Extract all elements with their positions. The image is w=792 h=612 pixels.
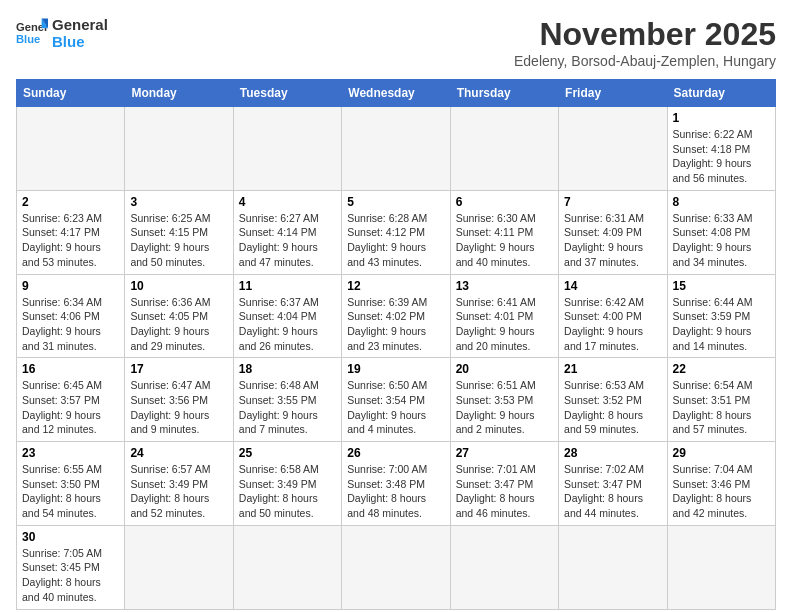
- day-number: 28: [564, 446, 661, 460]
- calendar-cell: 23Sunrise: 6:55 AMSunset: 3:50 PMDayligh…: [17, 442, 125, 526]
- title-section: November 2025 Edeleny, Borsod-Abauj-Zemp…: [514, 16, 776, 69]
- page-header: General Blue General Blue November 2025 …: [16, 16, 776, 69]
- day-info: Sunrise: 7:05 AMSunset: 3:45 PMDaylight:…: [22, 546, 119, 605]
- day-info: Sunrise: 6:50 AMSunset: 3:54 PMDaylight:…: [347, 378, 444, 437]
- calendar-cell: 6Sunrise: 6:30 AMSunset: 4:11 PMDaylight…: [450, 190, 558, 274]
- calendar-week-4: 16Sunrise: 6:45 AMSunset: 3:57 PMDayligh…: [17, 358, 776, 442]
- day-number: 3: [130, 195, 227, 209]
- calendar-cell: 3Sunrise: 6:25 AMSunset: 4:15 PMDaylight…: [125, 190, 233, 274]
- calendar-week-3: 9Sunrise: 6:34 AMSunset: 4:06 PMDaylight…: [17, 274, 776, 358]
- day-info: Sunrise: 7:02 AMSunset: 3:47 PMDaylight:…: [564, 462, 661, 521]
- day-number: 10: [130, 279, 227, 293]
- day-number: 22: [673, 362, 770, 376]
- calendar-cell: [342, 107, 450, 191]
- day-info: Sunrise: 6:31 AMSunset: 4:09 PMDaylight:…: [564, 211, 661, 270]
- day-info: Sunrise: 6:27 AMSunset: 4:14 PMDaylight:…: [239, 211, 336, 270]
- day-info: Sunrise: 6:54 AMSunset: 3:51 PMDaylight:…: [673, 378, 770, 437]
- calendar-cell: 15Sunrise: 6:44 AMSunset: 3:59 PMDayligh…: [667, 274, 775, 358]
- calendar-cell: 16Sunrise: 6:45 AMSunset: 3:57 PMDayligh…: [17, 358, 125, 442]
- day-number: 30: [22, 530, 119, 544]
- svg-text:Blue: Blue: [16, 33, 40, 45]
- day-info: Sunrise: 6:30 AMSunset: 4:11 PMDaylight:…: [456, 211, 553, 270]
- day-number: 12: [347, 279, 444, 293]
- calendar-cell: 18Sunrise: 6:48 AMSunset: 3:55 PMDayligh…: [233, 358, 341, 442]
- day-info: Sunrise: 6:45 AMSunset: 3:57 PMDaylight:…: [22, 378, 119, 437]
- day-info: Sunrise: 6:47 AMSunset: 3:56 PMDaylight:…: [130, 378, 227, 437]
- day-number: 26: [347, 446, 444, 460]
- header-friday: Friday: [559, 80, 667, 107]
- calendar-cell: [450, 525, 558, 609]
- day-info: Sunrise: 6:33 AMSunset: 4:08 PMDaylight:…: [673, 211, 770, 270]
- day-number: 19: [347, 362, 444, 376]
- calendar-cell: [559, 107, 667, 191]
- day-number: 15: [673, 279, 770, 293]
- day-info: Sunrise: 6:51 AMSunset: 3:53 PMDaylight:…: [456, 378, 553, 437]
- calendar-cell: 26Sunrise: 7:00 AMSunset: 3:48 PMDayligh…: [342, 442, 450, 526]
- day-info: Sunrise: 6:42 AMSunset: 4:00 PMDaylight:…: [564, 295, 661, 354]
- day-info: Sunrise: 6:34 AMSunset: 4:06 PMDaylight:…: [22, 295, 119, 354]
- calendar-cell: 1Sunrise: 6:22 AMSunset: 4:18 PMDaylight…: [667, 107, 775, 191]
- day-info: Sunrise: 6:41 AMSunset: 4:01 PMDaylight:…: [456, 295, 553, 354]
- day-number: 25: [239, 446, 336, 460]
- calendar-table: SundayMondayTuesdayWednesdayThursdayFrid…: [16, 79, 776, 610]
- day-info: Sunrise: 6:57 AMSunset: 3:49 PMDaylight:…: [130, 462, 227, 521]
- calendar-cell: 5Sunrise: 6:28 AMSunset: 4:12 PMDaylight…: [342, 190, 450, 274]
- day-number: 13: [456, 279, 553, 293]
- day-number: 11: [239, 279, 336, 293]
- calendar-cell: [667, 525, 775, 609]
- day-number: 1: [673, 111, 770, 125]
- header-thursday: Thursday: [450, 80, 558, 107]
- calendar-cell: 19Sunrise: 6:50 AMSunset: 3:54 PMDayligh…: [342, 358, 450, 442]
- day-info: Sunrise: 6:37 AMSunset: 4:04 PMDaylight:…: [239, 295, 336, 354]
- day-number: 6: [456, 195, 553, 209]
- day-number: 9: [22, 279, 119, 293]
- day-info: Sunrise: 6:36 AMSunset: 4:05 PMDaylight:…: [130, 295, 227, 354]
- day-info: Sunrise: 6:58 AMSunset: 3:49 PMDaylight:…: [239, 462, 336, 521]
- location-subtitle: Edeleny, Borsod-Abauj-Zemplen, Hungary: [514, 53, 776, 69]
- day-info: Sunrise: 7:01 AMSunset: 3:47 PMDaylight:…: [456, 462, 553, 521]
- calendar-cell: 12Sunrise: 6:39 AMSunset: 4:02 PMDayligh…: [342, 274, 450, 358]
- day-info: Sunrise: 6:23 AMSunset: 4:17 PMDaylight:…: [22, 211, 119, 270]
- calendar-cell: [342, 525, 450, 609]
- calendar-cell: 30Sunrise: 7:05 AMSunset: 3:45 PMDayligh…: [17, 525, 125, 609]
- day-number: 4: [239, 195, 336, 209]
- logo-icon: General Blue: [16, 17, 48, 49]
- calendar-cell: [233, 525, 341, 609]
- calendar-cell: 22Sunrise: 6:54 AMSunset: 3:51 PMDayligh…: [667, 358, 775, 442]
- day-number: 17: [130, 362, 227, 376]
- calendar-cell: 24Sunrise: 6:57 AMSunset: 3:49 PMDayligh…: [125, 442, 233, 526]
- calendar-week-5: 23Sunrise: 6:55 AMSunset: 3:50 PMDayligh…: [17, 442, 776, 526]
- day-number: 7: [564, 195, 661, 209]
- calendar-cell: 27Sunrise: 7:01 AMSunset: 3:47 PMDayligh…: [450, 442, 558, 526]
- day-number: 8: [673, 195, 770, 209]
- calendar-cell: 17Sunrise: 6:47 AMSunset: 3:56 PMDayligh…: [125, 358, 233, 442]
- day-info: Sunrise: 6:55 AMSunset: 3:50 PMDaylight:…: [22, 462, 119, 521]
- calendar-cell: 7Sunrise: 6:31 AMSunset: 4:09 PMDaylight…: [559, 190, 667, 274]
- day-info: Sunrise: 6:48 AMSunset: 3:55 PMDaylight:…: [239, 378, 336, 437]
- calendar-cell: 14Sunrise: 6:42 AMSunset: 4:00 PMDayligh…: [559, 274, 667, 358]
- calendar-cell: 2Sunrise: 6:23 AMSunset: 4:17 PMDaylight…: [17, 190, 125, 274]
- day-info: Sunrise: 6:44 AMSunset: 3:59 PMDaylight:…: [673, 295, 770, 354]
- logo-text-general: General: [52, 16, 108, 33]
- header-tuesday: Tuesday: [233, 80, 341, 107]
- calendar-cell: 10Sunrise: 6:36 AMSunset: 4:05 PMDayligh…: [125, 274, 233, 358]
- calendar-cell: [233, 107, 341, 191]
- calendar-week-1: 1Sunrise: 6:22 AMSunset: 4:18 PMDaylight…: [17, 107, 776, 191]
- calendar-cell: [125, 107, 233, 191]
- day-info: Sunrise: 7:04 AMSunset: 3:46 PMDaylight:…: [673, 462, 770, 521]
- day-info: Sunrise: 6:22 AMSunset: 4:18 PMDaylight:…: [673, 127, 770, 186]
- day-number: 29: [673, 446, 770, 460]
- day-number: 27: [456, 446, 553, 460]
- calendar-cell: 29Sunrise: 7:04 AMSunset: 3:46 PMDayligh…: [667, 442, 775, 526]
- day-info: Sunrise: 6:25 AMSunset: 4:15 PMDaylight:…: [130, 211, 227, 270]
- calendar-cell: 8Sunrise: 6:33 AMSunset: 4:08 PMDaylight…: [667, 190, 775, 274]
- calendar-cell: 28Sunrise: 7:02 AMSunset: 3:47 PMDayligh…: [559, 442, 667, 526]
- calendar-cell: 11Sunrise: 6:37 AMSunset: 4:04 PMDayligh…: [233, 274, 341, 358]
- calendar-week-6: 30Sunrise: 7:05 AMSunset: 3:45 PMDayligh…: [17, 525, 776, 609]
- calendar-cell: 25Sunrise: 6:58 AMSunset: 3:49 PMDayligh…: [233, 442, 341, 526]
- calendar-cell: [125, 525, 233, 609]
- day-number: 23: [22, 446, 119, 460]
- day-info: Sunrise: 6:39 AMSunset: 4:02 PMDaylight:…: [347, 295, 444, 354]
- day-number: 5: [347, 195, 444, 209]
- day-number: 2: [22, 195, 119, 209]
